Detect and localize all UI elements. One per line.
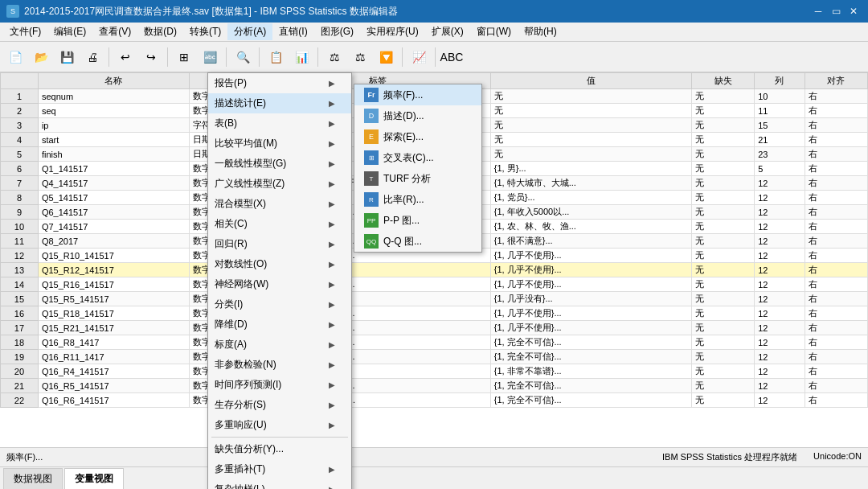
submenu-ratio[interactable]: R 比率(R)... bbox=[354, 189, 481, 210]
toolbar-goto[interactable]: ⊞ bbox=[172, 45, 196, 69]
menu-glm[interactable]: 一般线性模型(G)▶ bbox=[208, 154, 351, 174]
menu-nonparametric[interactable]: 非参数检验(N)▶ bbox=[208, 355, 351, 375]
table-row[interactable]: 16Q15_R18_141517数字天涯社区、凯迪社区...{1, 几乎不使用}… bbox=[1, 306, 868, 321]
cell-cols: 23 bbox=[755, 147, 805, 162]
menu-missingvalue[interactable]: 缺失值分析(Y)... bbox=[208, 439, 351, 459]
cell-name: Q15_R16_141517 bbox=[38, 277, 189, 292]
menu-utilities[interactable]: 实用程序(U) bbox=[360, 23, 425, 40]
close-button[interactable]: ✕ bbox=[845, 3, 862, 19]
menu-regression[interactable]: 回归(R)▶ bbox=[208, 234, 351, 254]
table-row[interactable]: 13Q15_R12_141517数字twitter、facebook、...{1… bbox=[1, 263, 868, 277]
table-row[interactable]: 14Q15_R16_141517数字央视、新华社、人民...{1, 几乎不使用}… bbox=[1, 277, 868, 292]
menu-dimensionreduction[interactable]: 降维(D)▶ bbox=[208, 314, 351, 335]
menu-comparemeans[interactable]: 比较平均值(M)▶ bbox=[208, 134, 351, 154]
menu-file[interactable]: 文件(F) bbox=[3, 23, 47, 40]
submenu-pp[interactable]: PP P-P 图... bbox=[354, 210, 481, 231]
toolbar-print[interactable]: 🖨 bbox=[80, 45, 104, 69]
cell-values: {1, 非常不靠谱}... bbox=[490, 364, 691, 379]
cell-missing: 无 bbox=[692, 205, 755, 220]
cell-align: 右 bbox=[805, 205, 867, 220]
menu-view[interactable]: 查看(V) bbox=[92, 23, 137, 40]
menu-directmarketing[interactable]: 直销(I) bbox=[272, 23, 313, 40]
menu-scale[interactable]: 标度(A)▶ bbox=[208, 335, 351, 355]
maximize-button[interactable]: ▭ bbox=[828, 3, 844, 19]
row-number: 11 bbox=[1, 234, 39, 249]
row-number: 12 bbox=[1, 249, 39, 263]
cell-name: Q16_R5_141517 bbox=[38, 379, 189, 393]
col-header-values[interactable]: 值 bbox=[490, 73, 691, 89]
col-header-name[interactable]: 名称 bbox=[38, 73, 189, 89]
toolbar-chart[interactable]: 📈 bbox=[407, 45, 431, 69]
menu-survival[interactable]: 生存分析(S)▶ bbox=[208, 395, 351, 415]
menu-multipleresponse[interactable]: 多重响应(U)▶ bbox=[208, 415, 351, 435]
table-row[interactable]: 22Q16_R6_141517数字BBC、纽约时报等国...{1, 完全不可信}… bbox=[1, 393, 868, 408]
menu-neuralnet[interactable]: 神经网络(W)▶ bbox=[208, 274, 351, 294]
row-number: 17 bbox=[1, 321, 39, 335]
submenu-turf[interactable]: T TURF 分析 bbox=[354, 168, 481, 189]
tab-data-view[interactable]: 数据视图 bbox=[3, 468, 63, 489]
menu-complexsamples[interactable]: 复杂抽样(L)▶ bbox=[208, 479, 351, 489]
cell-values: {1, 年收入5000以... bbox=[490, 205, 691, 220]
status-unicode: Unicode:ON bbox=[813, 451, 862, 463]
submenu-descriptives[interactable]: D 描述(D)... bbox=[354, 105, 481, 126]
toolbar-undo[interactable]: ↩ bbox=[113, 45, 137, 69]
submenu-frequencies[interactable]: Fr 频率(F)... bbox=[354, 84, 481, 105]
cell-align: 右 bbox=[805, 234, 867, 249]
submenu-qq[interactable]: QQ Q-Q 图... bbox=[354, 231, 481, 252]
menu-data[interactable]: 数据(D) bbox=[137, 23, 183, 40]
table-row[interactable]: 15Q15_R5_141517数字微信发布的政治新闻{1, 几乎没有}...无1… bbox=[1, 292, 868, 306]
table-row[interactable]: 20Q16_R4_141517数字微博、博客等自媒体{1, 非常不靠谱}...无… bbox=[1, 364, 868, 379]
menu-extensions[interactable]: 扩展(X) bbox=[425, 23, 470, 40]
cell-align: 右 bbox=[805, 335, 867, 350]
menu-edit[interactable]: 编辑(E) bbox=[47, 23, 92, 40]
cell-missing: 无 bbox=[692, 335, 755, 350]
menu-correlate[interactable]: 相关(C)▶ bbox=[208, 214, 351, 234]
menu-analyze[interactable]: 分析(A) bbox=[227, 23, 272, 40]
menu-mixedmodels[interactable]: 混合模型(X)▶ bbox=[208, 194, 351, 214]
toolbar-weight[interactable]: ⚖ bbox=[348, 45, 372, 69]
menu-classify[interactable]: 分类(I)▶ bbox=[208, 294, 351, 314]
minimize-button[interactable]: ─ bbox=[810, 3, 826, 19]
menu-tables[interactable]: 表(B)▶ bbox=[208, 113, 351, 134]
cell-values: {1, 男}... bbox=[490, 162, 691, 176]
table-row[interactable]: 21Q16_R5_141517数字新浪财经、新浪体育...{1, 完全不可信}.… bbox=[1, 379, 868, 393]
toolbar-insert-var[interactable]: 📊 bbox=[289, 45, 313, 69]
toolbar-find[interactable]: 🔍 bbox=[231, 45, 255, 69]
row-number: 19 bbox=[1, 350, 39, 364]
toolbar-split[interactable]: ⚖ bbox=[322, 45, 346, 69]
row-number: 1 bbox=[1, 89, 39, 104]
toolbar-abc[interactable]: ABC bbox=[440, 45, 464, 69]
menu-window[interactable]: 窗口(W) bbox=[470, 23, 518, 40]
cell-name: ip bbox=[38, 118, 189, 133]
submenu-crosstabs[interactable]: ⊞ 交叉表(C)... bbox=[354, 147, 481, 168]
toolbar-new[interactable]: 📄 bbox=[3, 45, 27, 69]
menu-loglinear[interactable]: 对数线性(O)▶ bbox=[208, 254, 351, 274]
menu-graphs[interactable]: 图形(G) bbox=[314, 23, 360, 40]
col-header-missing[interactable]: 缺失 bbox=[692, 73, 755, 89]
cell-cols: 12 bbox=[755, 350, 805, 364]
menu-reports[interactable]: 报告(P)▶ bbox=[208, 73, 351, 93]
menu-help[interactable]: 帮助(H) bbox=[518, 23, 563, 40]
toolbar-insert-case[interactable]: 📋 bbox=[264, 45, 288, 69]
table-row[interactable]: 18Q16_R8_1417数字下面这些信息渠道发...{1, 完全不可信}...… bbox=[1, 335, 868, 350]
table-row[interactable]: 19Q16_R11_1417数字央视、新华社、人民...{1, 完全不可信}..… bbox=[1, 350, 868, 364]
menu-multipleimputation[interactable]: 多重插补(T)▶ bbox=[208, 459, 351, 479]
col-header-cols[interactable]: 列 bbox=[755, 73, 805, 89]
toolbar-save[interactable]: 💾 bbox=[55, 45, 79, 69]
cell-missing: 无 bbox=[692, 234, 755, 249]
cell-values: {1, 几乎不使用}... bbox=[490, 321, 691, 335]
table-row[interactable]: 17Q15_R21_141517数字通过小道消息或朋友...{1, 几乎不使用}… bbox=[1, 321, 868, 335]
menu-transform[interactable]: 转换(T) bbox=[183, 23, 227, 40]
toolbar-redo[interactable]: ↪ bbox=[139, 45, 163, 69]
menu-descriptives[interactable]: 描述统计(E)▶ bbox=[208, 93, 351, 113]
col-header-align[interactable]: 对齐 bbox=[805, 73, 867, 89]
toolbar: 📄 📂 💾 🖨 ↩ ↪ ⊞ 🔤 🔍 📋 📊 ⚖ ⚖ 🔽 📈 ABC bbox=[0, 42, 868, 72]
submenu-explore[interactable]: E 探索(E)... bbox=[354, 126, 481, 147]
toolbar-open[interactable]: 📂 bbox=[29, 45, 53, 69]
cell-align: 右 bbox=[805, 292, 867, 306]
menu-gzlm[interactable]: 广义线性模型(Z)▶ bbox=[208, 174, 351, 194]
toolbar-vars[interactable]: 🔤 bbox=[198, 45, 222, 69]
menu-timeseries[interactable]: 时间序列预测(I)▶ bbox=[208, 375, 351, 395]
toolbar-select-cases[interactable]: 🔽 bbox=[374, 45, 398, 69]
tab-variable-view[interactable]: 变量视图 bbox=[64, 468, 124, 489]
